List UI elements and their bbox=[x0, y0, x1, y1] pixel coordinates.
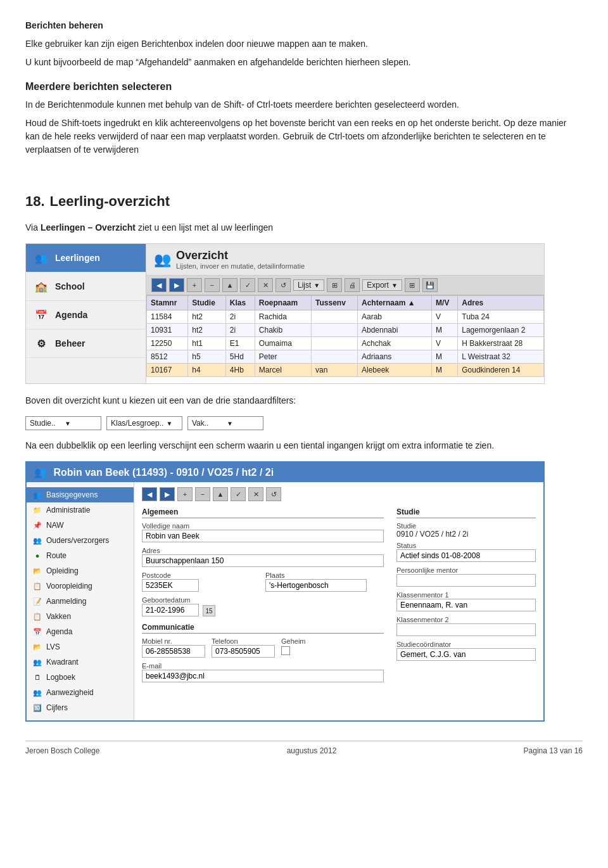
student-check-btn[interactable]: ✓ bbox=[231, 487, 246, 501]
toolbar-grid-btn[interactable]: ⊞ bbox=[327, 278, 342, 292]
student-sidebar-kwadrant[interactable]: 👥 Kwadrant bbox=[27, 654, 134, 670]
table-cell: Achchak bbox=[357, 337, 431, 350]
toolbar-lijst-dropdown[interactable]: Lijst ▼ bbox=[293, 279, 324, 291]
route-icon: ● bbox=[32, 550, 43, 561]
student-sidebar-ouders[interactable]: 👥 Ouders/verzorgers bbox=[27, 533, 134, 548]
student-back-btn[interactable]: ◀ bbox=[142, 487, 157, 501]
sidebar-item-agenda[interactable]: 📅 Agenda bbox=[26, 301, 146, 329]
geboortedatum-input[interactable] bbox=[142, 604, 199, 616]
volledige-naam-input[interactable] bbox=[142, 530, 384, 542]
logboek-icon: 🗒 bbox=[32, 672, 43, 683]
student-sidebar-naw[interactable]: 📌 NAW bbox=[27, 518, 134, 533]
student-refresh-btn[interactable]: ↺ bbox=[266, 487, 281, 501]
plaats-label: Plaats bbox=[265, 571, 384, 579]
student-add-btn[interactable]: + bbox=[177, 487, 193, 501]
table-cell: E1 bbox=[225, 337, 255, 350]
logboek-label: Logboek bbox=[46, 673, 75, 682]
export-arrow-icon: ▼ bbox=[391, 282, 398, 289]
student-sidebar-cijfers[interactable]: 🔟 Cijfers bbox=[27, 700, 134, 715]
table-cell: Abdennabi bbox=[357, 324, 431, 337]
toolbar-up-btn[interactable]: ▲ bbox=[222, 278, 238, 292]
section-number: 18. bbox=[25, 193, 45, 210]
filter-studie[interactable]: Studie.. ▼ bbox=[25, 416, 101, 430]
toolbar-remove-btn[interactable]: − bbox=[205, 278, 220, 292]
table-cell: 8512 bbox=[147, 350, 188, 364]
toolbar-add-btn[interactable]: + bbox=[187, 278, 202, 292]
student-sidebar-logboek[interactable]: 🗒 Logboek bbox=[27, 670, 134, 685]
student-sidebar-aanwezigheid[interactable]: 👥 Aanwezigheid bbox=[27, 685, 134, 700]
geheim-checkbox[interactable] bbox=[281, 646, 290, 655]
filter-studie-label: Studie.. bbox=[30, 419, 62, 428]
student-sidebar-administratie[interactable]: 📁 Administratie bbox=[27, 502, 134, 518]
calendar-btn[interactable]: 15 bbox=[203, 605, 215, 616]
klas-mentor2-input[interactable] bbox=[396, 623, 536, 636]
filter-vak[interactable]: Vak.. ▼ bbox=[187, 416, 263, 430]
plaats-input[interactable] bbox=[265, 579, 367, 592]
telefoon-input[interactable] bbox=[212, 645, 275, 658]
toolbar-print-btn[interactable]: 🖨 bbox=[345, 278, 360, 292]
sidebar-item-school[interactable]: 🏫 School bbox=[26, 272, 146, 301]
filter-klas[interactable]: Klas/Lesgroep.. ▼ bbox=[106, 416, 182, 430]
table-cell: Aarab bbox=[357, 310, 431, 324]
geboortedatum-label: Geboortedatum bbox=[142, 596, 384, 604]
mobiel-label: Mobiel nr. bbox=[142, 637, 205, 645]
cijfers-icon: 🔟 bbox=[32, 702, 43, 713]
footer-center: augustus 2012 bbox=[287, 746, 337, 755]
studie-coord-input[interactable] bbox=[396, 648, 536, 661]
klas-mentor1-input[interactable] bbox=[396, 599, 536, 611]
status-label: Status bbox=[396, 542, 536, 549]
student-sidebar: 👥 Basisgegevens 📁 Administratie 📌 NAW 👥 … bbox=[27, 482, 134, 720]
status-input[interactable] bbox=[396, 549, 536, 562]
student-x-btn[interactable]: ✕ bbox=[248, 487, 263, 501]
toolbar-check-btn[interactable]: ✓ bbox=[240, 278, 255, 292]
pers-mentor-input[interactable] bbox=[396, 574, 536, 587]
table-row[interactable]: 10167h44HbMarcelvanAlebeekMGoudkinderen … bbox=[147, 364, 544, 377]
lvs-label: LVS bbox=[46, 642, 60, 651]
lijst-arrow-icon: ▼ bbox=[314, 282, 320, 289]
toolbar-x-btn[interactable]: ✕ bbox=[258, 278, 273, 292]
student-sidebar-vooropleiding[interactable]: 📋 Vooropleiding bbox=[27, 578, 134, 594]
student-sidebar-opleiding[interactable]: 📂 Opleiding bbox=[27, 563, 134, 578]
sidebar-agenda-label: Agenda bbox=[55, 310, 87, 320]
table-cell: 5Hd bbox=[225, 350, 255, 364]
toolbar-export-dropdown[interactable]: Export ▼ bbox=[362, 279, 402, 291]
sidebar-item-beheer[interactable]: ⚙ Beheer bbox=[26, 329, 146, 358]
student-sidebar-agenda[interactable]: 📅 Agenda bbox=[27, 624, 134, 639]
table-row[interactable]: 8512h55HdPeterAdriaansML Weistraat 32 bbox=[147, 350, 544, 364]
table-row[interactable]: 10931ht22iChakibAbdennabiMLagemorgenlaan… bbox=[147, 324, 544, 337]
kwadrant-label: Kwadrant bbox=[46, 658, 79, 667]
postcode-col: Postcode bbox=[142, 568, 260, 593]
student-sidebar-vakken[interactable]: 📋 Vakken bbox=[27, 609, 134, 624]
table-row[interactable]: 11584ht22iRachidaAarabVTuba 24 bbox=[147, 310, 544, 324]
student-sidebar-aanmelding[interactable]: 📝 Aanmelding bbox=[27, 594, 134, 609]
student-main: ◀ ▶ + − ▲ ✓ ✕ ↺ Algemeen Volledige naam … bbox=[134, 482, 543, 720]
table-row[interactable]: 12250ht1E1OumaimaAchchakVH Bakkerstraat … bbox=[147, 337, 544, 350]
postcode-input[interactable] bbox=[142, 579, 199, 592]
student-sidebar-basisgegevens[interactable]: 👥 Basisgegevens bbox=[27, 487, 134, 502]
intro-para2: U kunt bijvoorbeeld de map “Afgehandeld”… bbox=[25, 56, 583, 69]
toolbar-refresh-btn[interactable]: ↺ bbox=[276, 278, 291, 292]
toolbar-save-btn[interactable]: 💾 bbox=[422, 278, 438, 292]
overzicht-icon: 👥 bbox=[154, 252, 171, 268]
student-sidebar-route[interactable]: ● Route bbox=[27, 548, 134, 563]
overzicht-panel: 👥 Leerlingen 🏫 School 📅 Agenda ⚙ Beheer … bbox=[25, 243, 545, 384]
naw-icon: 📌 bbox=[32, 520, 43, 531]
student-sidebar-lvs[interactable]: 📂 LVS bbox=[27, 639, 134, 654]
mobiel-input[interactable] bbox=[142, 645, 205, 658]
table-cell: M bbox=[432, 324, 458, 337]
student-up-btn[interactable]: ▲ bbox=[213, 487, 228, 501]
section-title: Leerling-overzicht bbox=[50, 193, 170, 210]
route-label: Route bbox=[46, 551, 66, 560]
table-cell: 4Hb bbox=[225, 364, 255, 377]
toolbar-forward-btn[interactable]: ▶ bbox=[169, 278, 184, 292]
email-input[interactable] bbox=[142, 670, 384, 682]
sidebar-item-leerlingen[interactable]: 👥 Leerlingen bbox=[26, 244, 146, 272]
adres-input[interactable] bbox=[142, 554, 384, 567]
student-remove-btn[interactable]: − bbox=[195, 487, 210, 501]
toolbar-table-btn[interactable]: ⊞ bbox=[405, 278, 420, 292]
student-forward-btn[interactable]: ▶ bbox=[160, 487, 175, 501]
postcode-label: Postcode bbox=[142, 571, 260, 579]
toolbar-back-btn[interactable]: ◀ bbox=[151, 278, 167, 292]
table-cell: Rachida bbox=[255, 310, 311, 324]
section18-intro: Via Leerlingen – Overzicht ziet u een li… bbox=[25, 221, 583, 234]
